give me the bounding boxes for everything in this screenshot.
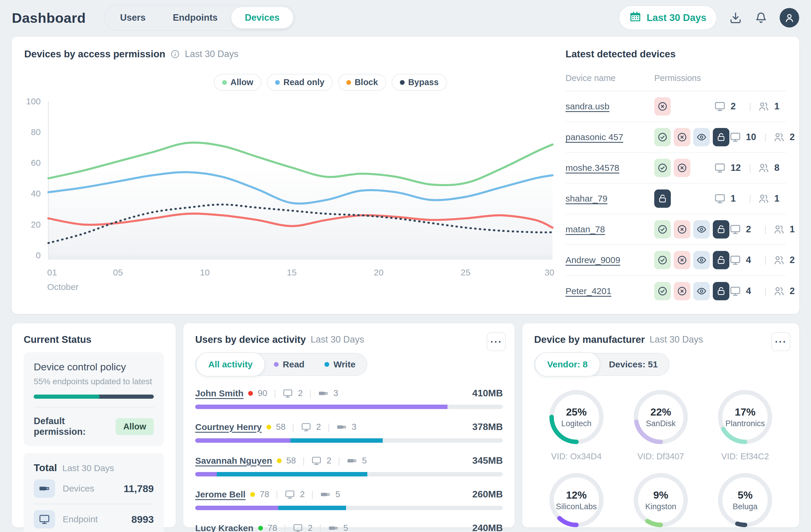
separator: | [747,101,753,111]
status-dot [277,458,281,463]
eye-icon [696,224,707,235]
donut-plantronics: 17%PlantronicsVID: Ef34C2 [703,389,787,461]
legend-label: Block [355,77,378,87]
tab-users[interactable]: Users [106,7,159,28]
legend-dot [275,80,280,85]
monitor-icon [301,422,311,433]
device-by-manufacturer-card: Device by manufacturer Last 30 Days ··· … [522,323,799,527]
permission-badges [654,282,729,300]
legend-dot [222,80,227,85]
donut-percent: 5% [738,489,753,501]
permission-bypass-badge [713,220,729,238]
device-name-link[interactable]: matan_78 [566,224,605,234]
legend-bypass[interactable]: Bypass [392,74,447,91]
activity-row: Jerome Bell78|2|5260MB [195,489,503,510]
device-count: 3 [333,388,338,398]
line-chart: 02040608010001051015202530October [24,94,560,292]
activity-rows: John Smith90|2|3410MBCourtney Henry58|2|… [195,388,503,532]
separator: | [272,388,278,398]
donut-kingston: 9%KingstonVID: Kg34C2 [618,472,703,532]
status-dot [258,526,263,531]
filter-write[interactable]: Write [315,355,365,374]
donut-vendor-name: SiliconLabs [556,502,597,511]
activity-bar [195,472,503,476]
filter-devices-51[interactable]: Devices: 51 [599,355,668,374]
user-name-link[interactable]: John Smith [195,388,243,398]
usb-icon [336,422,347,433]
permission-badges [654,128,729,146]
legend-read-only[interactable]: Read only [267,74,333,91]
permission-allow-badge [654,220,671,238]
svg-text:0: 0 [36,250,41,260]
check-circle-icon [657,255,668,265]
legend-allow[interactable]: Allow [214,74,261,91]
permission-badges [654,97,714,115]
read-segment [195,438,290,443]
filter-read[interactable]: Read [264,355,315,374]
device-counts: 1|1 [714,193,786,205]
user-name-link[interactable]: Lucy Kracken [195,523,254,532]
monitor-icon [729,254,741,266]
device-name-link[interactable]: sandra.usb [566,101,609,111]
bell-icon[interactable] [754,11,768,25]
endpoint-count: 4 [746,286,758,296]
donut-percent: 25% [566,406,587,418]
user-name-link[interactable]: Savannah Nguyen [195,456,272,466]
manufacturer-title: Device by manufacturer [534,334,645,345]
users-icon [773,223,785,235]
data-total: 345MB [472,455,503,466]
device-score: 78 [268,523,277,532]
manufacturer-filter: Vendor: 8Devices: 51 [534,353,670,376]
date-range-button[interactable]: Last 30 Days [619,5,717,30]
totals-title: Total [34,462,57,473]
separator: | [326,422,332,432]
more-options-button[interactable]: ··· [487,332,506,351]
device-row: panasonic 45710|2 [566,122,786,153]
legend-block[interactable]: Block [338,74,386,91]
donut-vendor-name: Beluga [733,502,758,511]
svg-text:01: 01 [47,267,57,277]
legend-label: Allow [230,77,253,87]
more-options-button[interactable]: ··· [771,332,790,351]
totals-panel: Total Last 30 Days Devices11,789Endpoint… [24,453,164,532]
device-name-link[interactable]: Peter_4201 [566,286,611,296]
chart-legend: AllowRead onlyBlockBypass [101,74,560,91]
svg-text:20: 20 [374,267,384,277]
filter-dot [324,362,329,367]
permission-bypass-badge [713,128,729,146]
device-name-link[interactable]: Andrew_9009 [566,255,620,265]
device-row: Peter_42014|2 [566,276,786,307]
donut-grid: 25%LogitechVID: Ox34D422%SanDiskVID: Df3… [534,389,787,532]
separator: | [747,163,753,173]
svg-text:80: 80 [31,127,41,137]
user-name-link[interactable]: Courtney Henry [195,422,262,432]
activity-row: Courtney Henry58|2|3378MB [195,421,503,443]
write-segment [290,438,383,443]
user-count: 2 [790,286,801,296]
permission-read-badge [693,220,710,238]
filter-vendor-8[interactable]: Vendor: 8 [535,352,600,377]
separator: | [763,224,768,234]
filter-all-activity[interactable]: All activity [196,352,265,377]
bottom-row: Current Status Device control policy 55%… [12,323,799,527]
line-chart-svg: 02040608010001051015202530October [24,94,560,291]
data-total: 410MB [472,388,503,399]
download-icon [729,11,743,25]
svg-text:100: 100 [26,96,41,106]
download-icon[interactable] [729,11,743,25]
eye-icon [696,286,707,296]
device-name-link[interactable]: panasonic 457 [566,132,623,142]
donut-sandisk: 22%SanDiskVID: Df3407 [618,389,703,461]
usb-icon [39,483,50,495]
permission-read-badge [693,128,710,146]
tab-devices[interactable]: Devices [231,7,293,28]
endpoint-count: 2 [731,101,743,112]
tab-endpoints[interactable]: Endpoints [159,7,231,28]
device-name-link[interactable]: moshe.34578 [566,163,619,173]
avatar[interactable] [780,8,799,28]
user-name-link[interactable]: Jerome Bell [195,489,245,500]
activity-row: Savannah Nguyen58|2|5345MB [195,455,503,476]
device-name-link[interactable]: shahar_79 [566,193,608,203]
activity-title: Users by device activity [195,334,306,345]
table-header: Device name Permissions [566,73,786,91]
